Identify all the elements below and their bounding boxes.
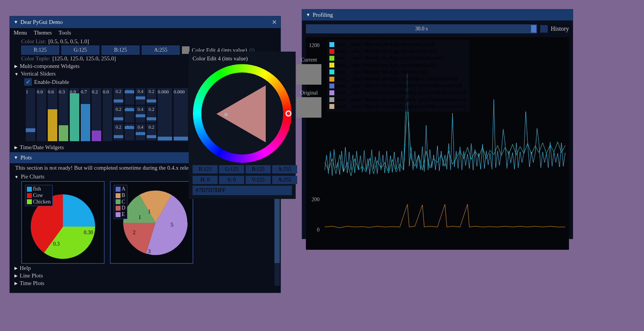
mini-slider[interactable]: 0.4 xyxy=(136,106,145,123)
history-label: History xyxy=(551,25,569,32)
history-checkbox[interactable] xyxy=(540,25,548,33)
color-wheel[interactable] xyxy=(193,64,291,163)
menu-themes[interactable]: Themes xyxy=(34,30,52,36)
legend-label: bool __cdecl Marvel::mvApp::prerender(vo… xyxy=(335,41,434,48)
color-g-field[interactable]: G:125 xyxy=(61,46,99,55)
history-slider[interactable]: 30.0 s xyxy=(306,24,537,33)
tree-help[interactable]: ▶Help xyxy=(14,265,276,271)
picker-title: Color Edit 4 (ints value) xyxy=(193,55,292,62)
picker-a[interactable]: A:255 xyxy=(272,165,297,173)
mini-slider[interactable]: 0.2 xyxy=(114,88,123,105)
picker-swatches: Current Original xyxy=(296,57,321,118)
picker-b[interactable]: B:125 xyxy=(246,165,271,173)
tree-time-plots[interactable]: ▶Time Plots xyxy=(14,280,276,287)
legend-label: void __cdecl Marvel::mvApp::postrender(v… xyxy=(335,62,437,69)
mini-slider[interactable]: 0.8 xyxy=(125,88,134,105)
profiling-window: ▼ Profiling 30.0 s History 1200 200 0 xyxy=(302,9,573,239)
vslider-4[interactable]: 0.7 xyxy=(81,88,90,141)
close-icon[interactable]: ✕ xyxy=(272,19,277,26)
mini-slider[interactable]: 0.4 xyxy=(136,124,145,140)
vslider-int[interactable]: 1 xyxy=(26,88,35,141)
profiling-plot[interactable]: 1200 200 0 bool __cdecl Marvel::mvApp::p… xyxy=(306,37,569,250)
vslider-0[interactable]: 0.0 xyxy=(37,88,46,141)
picker-rgba-row: R:125 G:125 B:125 A:255 xyxy=(193,165,292,173)
legend-item[interactable]: void __cdecl Marvel::mvItemRegistry::pos… xyxy=(329,103,467,110)
original-swatch[interactable] xyxy=(296,97,321,118)
color-r-field[interactable]: R:125 xyxy=(21,46,59,55)
mini-slider[interactable]: 0.4 xyxy=(136,88,145,105)
vslider-1[interactable]: 0.6 xyxy=(48,88,57,141)
mini-slider[interactable]: 0.8 xyxy=(125,124,134,140)
demo-titlebar[interactable]: ▼ Dear PyGui Demo ✕ xyxy=(10,16,280,28)
mini-slider[interactable]: 0.2 xyxy=(147,88,156,105)
picker-hsv-row: H: 0 S: 0 V:125 A:255 xyxy=(193,176,292,184)
mini-slider[interactable]: 0.2 xyxy=(147,106,156,123)
legend-item[interactable]: void __cdecl Marvel::mvApp::postrender(v… xyxy=(329,62,467,69)
color-b-field[interactable]: B:125 xyxy=(102,46,139,55)
legend-label: void __cdecl Marvel::mvItemRegistry::pos… xyxy=(335,82,462,89)
legend-item[interactable]: void __cdecl Marvel::mvApp::postCallback… xyxy=(329,55,467,61)
legend-item[interactable]: bool __cdecl Marvel::mvApp::prerender(vo… xyxy=(329,41,467,48)
current-swatch[interactable] xyxy=(296,64,321,85)
legend-swatch-icon xyxy=(329,104,334,109)
sv-handle-icon[interactable] xyxy=(224,113,228,117)
vslider-wide-1[interactable]: 0.000 xyxy=(174,88,188,141)
legend-item[interactable]: void __cdecl Marvel::mvApp::render(void) xyxy=(329,69,467,76)
caret-right-icon: ▶ xyxy=(14,145,17,150)
mini-slider[interactable]: 0.2 xyxy=(114,106,123,123)
enable-disable-checkbox[interactable]: ✓ xyxy=(24,78,32,86)
caret-right-icon: ▶ xyxy=(14,273,17,278)
vslider-col-0: 0.2 0.2 0.2 xyxy=(114,88,123,140)
picker-hex[interactable]: #7D7D7DFF xyxy=(193,186,292,195)
mini-slider[interactable]: 0.8 xyxy=(125,106,134,123)
collapse-icon[interactable]: ▼ xyxy=(14,19,18,25)
legend-item[interactable]: void __cdecl Marvel::mvItemRegistry::pos… xyxy=(329,96,467,103)
mini-slider[interactable]: 0.2 xyxy=(114,124,123,140)
picker-h[interactable]: H: 0 xyxy=(193,176,218,184)
collapse-icon[interactable]: ▼ xyxy=(306,12,310,18)
legend-swatch-icon xyxy=(329,84,334,88)
color-tuple-value: [125.0, 125.0, 125.0, 255.0] xyxy=(52,55,116,62)
legend-item[interactable]: void __cdecl Marvel::mvApp::routeInputCa… xyxy=(329,76,467,82)
color-list-value: [0.5, 0.5, 0.5, 1.0] xyxy=(48,38,89,45)
vslider-wide-0[interactable]: 0.000 xyxy=(158,88,172,141)
svg-text:0.30: 0.30 xyxy=(84,230,93,235)
svg-text:1: 1 xyxy=(148,208,151,214)
legend-swatch-icon xyxy=(329,63,334,68)
legend-swatch-icon xyxy=(329,97,334,102)
menubar: Menu Themes Tools xyxy=(10,28,280,38)
legend-swatch-icon xyxy=(329,49,334,54)
enable-disable-label: Enable-Disable xyxy=(34,79,69,85)
svg-text:1: 1 xyxy=(138,214,141,220)
pie-chart-2[interactable]: 5 3 2 1 1 A B C D E xyxy=(110,181,193,264)
legend-swatch-icon xyxy=(329,56,334,61)
svg-text:5: 5 xyxy=(171,222,174,228)
picker-v[interactable]: V:125 xyxy=(246,176,271,184)
vslider-2[interactable]: 0.3 xyxy=(59,88,68,141)
pie2-legend: A B C D E xyxy=(114,185,127,219)
vslider-3[interactable]: 0.9 xyxy=(70,88,79,141)
pie-chart-1[interactable]: 0.30 0.3 fish Cow Chicken xyxy=(21,181,105,264)
mini-slider[interactable]: 0.2 xyxy=(147,124,156,140)
menu-tools[interactable]: Tools xyxy=(58,30,71,36)
picker-a2[interactable]: A:255 xyxy=(272,176,297,184)
legend-item[interactable]: void __cdecl Marvel::mvItemRegistry::pos… xyxy=(329,89,467,96)
color-a-field[interactable]: A:255 xyxy=(142,46,180,55)
caret-right-icon: ▶ xyxy=(14,266,17,271)
tree-line-plots[interactable]: ▶Line Plots xyxy=(14,273,276,279)
original-label: Original xyxy=(296,90,321,96)
legend-label: void __cdecl Marvel::mvApp::postCallback… xyxy=(335,55,444,61)
picker-r[interactable]: R:125 xyxy=(193,165,218,173)
caret-down-icon: ▼ xyxy=(14,175,19,179)
picker-g[interactable]: G:125 xyxy=(219,165,244,173)
legend-item[interactable]: void __cdecl Marvel::mvApp::postAsync(vo… xyxy=(329,48,467,55)
slider-handle-icon[interactable] xyxy=(531,25,536,33)
vslider-6[interactable]: 0.0 xyxy=(103,88,112,141)
hue-handle-icon[interactable] xyxy=(285,110,291,117)
color-swatch[interactable] xyxy=(182,46,190,54)
legend-item[interactable]: void __cdecl Marvel::mvItemRegistry::pos… xyxy=(329,82,467,89)
picker-s[interactable]: S: 0 xyxy=(219,176,244,184)
vslider-5[interactable]: 0.2 xyxy=(92,88,101,141)
menu-menu[interactable]: Menu xyxy=(14,30,27,36)
profiling-titlebar[interactable]: ▼ Profiling xyxy=(302,9,573,20)
